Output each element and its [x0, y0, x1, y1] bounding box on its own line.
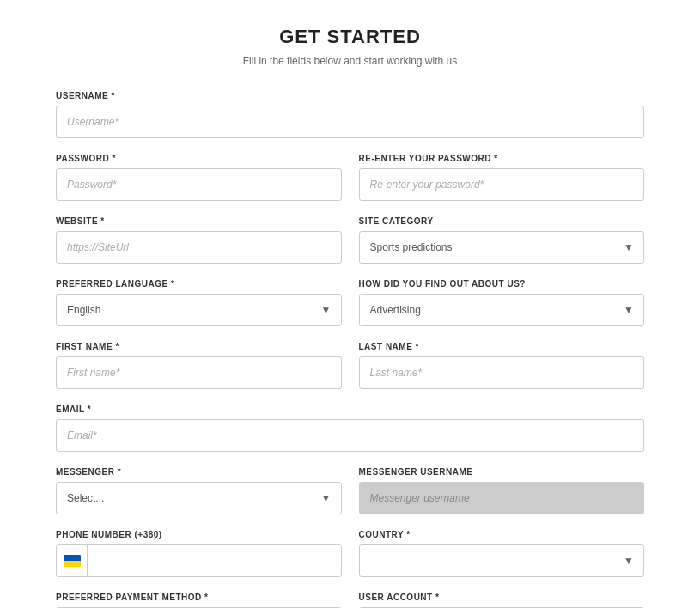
website-input[interactable] [56, 231, 342, 264]
messenger-username-input[interactable] [359, 482, 645, 514]
phone-wrapper [56, 544, 342, 577]
preferred-language-wrapper: English Ukrainian Russian Spanish French… [56, 294, 342, 326]
first-name-label: FIRST NAME * [56, 342, 342, 351]
site-category-select[interactable]: Sports predictions News Blog Other [359, 231, 645, 264]
messenger-label: MESSENGER * [56, 467, 342, 477]
country-wrapper: Ukraine United States United Kingdom Ger… [359, 544, 645, 577]
country-select[interactable]: Ukraine United States United Kingdom Ger… [359, 544, 645, 577]
messenger-wrapper: Select... Telegram WhatsApp Viber Skype … [56, 482, 342, 514]
site-category-label: SITE CATEGORY [359, 216, 645, 226]
reenter-password-input[interactable] [359, 168, 645, 201]
messenger-select[interactable]: Select... Telegram WhatsApp Viber Skype [56, 482, 342, 514]
website-label: WEBSITE * [56, 216, 342, 226]
username-label: USERNAME * [56, 91, 644, 100]
phone-input[interactable] [88, 545, 341, 576]
phone-number-label: PHONE NUMBER (+380) [56, 530, 342, 539]
password-input[interactable] [56, 168, 342, 201]
how-find-label: HOW DID YOU FIND OUT ABOUT US? [359, 279, 645, 289]
preferred-payment-label: PREFERRED PAYMENT METHOD * [56, 593, 342, 602]
reenter-password-label: RE-ENTER YOUR PASSWORD * [359, 154, 645, 163]
user-account-label: USER ACCOUNT * [359, 593, 645, 602]
how-find-select[interactable]: Advertising Social Media Friend Search E… [359, 294, 645, 326]
ukraine-flag [64, 555, 81, 567]
messenger-username-label: MESSENGER USERNAME [359, 467, 645, 477]
first-name-input[interactable] [56, 356, 342, 389]
phone-flag-icon [57, 545, 88, 576]
page-subtitle: Fill in the fields below and start worki… [56, 55, 644, 67]
password-label: PASSWORD * [56, 154, 342, 163]
how-find-wrapper: Advertising Social Media Friend Search E… [359, 294, 645, 326]
last-name-label: LAST NAME * [359, 342, 645, 351]
username-input[interactable] [56, 106, 644, 138]
preferred-language-select[interactable]: English Ukrainian Russian Spanish French… [56, 294, 342, 326]
country-label: COUNTRY * [359, 530, 645, 539]
site-category-wrapper: Sports predictions News Blog Other ▼ [359, 231, 645, 264]
page-title: GET STARTED [56, 26, 644, 48]
email-input[interactable] [56, 419, 644, 452]
email-label: EMAIL * [56, 404, 644, 414]
last-name-input[interactable] [359, 356, 645, 389]
preferred-language-label: PREFERRED LANGUAGE * [56, 279, 342, 289]
